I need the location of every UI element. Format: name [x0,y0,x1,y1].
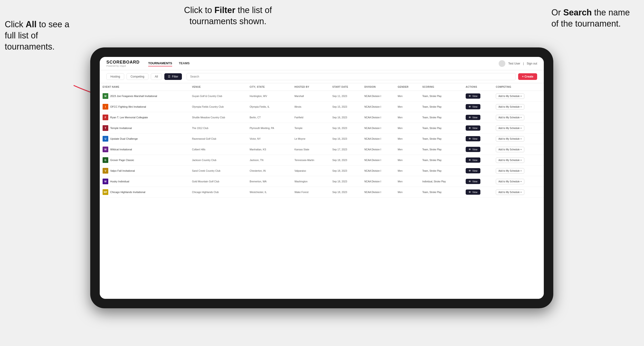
table-row: T Temple Invitational The 1912 Club Plym… [100,123,544,134]
add-schedule-button-1[interactable]: Add to My Schedule + [496,104,524,110]
view-button-7[interactable]: 👁 View [466,168,480,173]
view-button-3[interactable]: 👁 View [466,126,480,131]
add-schedule-button-6[interactable]: Add to My Schedule + [496,158,524,163]
nav-tournaments[interactable]: TOURNAMENTS [148,60,172,66]
cell-competing-6: Add to My Schedule + [493,155,544,166]
cell-actions-7: 👁 View [463,166,493,176]
col-hosted: HOSTED BY [292,83,330,91]
cell-start-6: Sep 18, 2023 [329,155,362,166]
create-button[interactable]: + Create [518,73,537,80]
cell-competing-4: Add to My Schedule + [493,134,544,144]
cell-hosted-3: Temple [292,123,330,134]
filter-icon: ☰ [168,75,170,78]
cell-actions-6: 👁 View [463,155,493,166]
view-button-6[interactable]: 👁 View [466,158,480,163]
event-name-7: Valpo Fall Invitational [110,169,135,172]
cell-scoring-1: Team, Stroke Play [419,102,463,112]
cell-city-9: Westchester, IL [247,187,292,197]
cell-gender-2: Men [395,112,420,123]
cell-start-3: Sep 16, 2023 [329,123,362,134]
cell-hosted-2: Fairfield [292,112,330,123]
cell-event-4: U Upstate Dual Challenge [100,134,189,144]
view-button-1[interactable]: 👁 View [466,104,480,109]
filter-label: Filter [172,75,178,78]
table-header-row: EVENT NAME VENUE CITY, STATE HOSTED BY S… [100,83,544,91]
search-input[interactable] [187,73,516,80]
eye-icon-0: 👁 [468,95,471,97]
cell-competing-0: Add to My Schedule + [493,91,544,102]
table-row: W Husky Individual Gold Mountain Golf Cl… [100,176,544,187]
nav-links: TOURNAMENTS TEAMS [148,60,499,66]
tab-all[interactable]: All [151,73,162,80]
col-competing: COMPETING [493,83,544,91]
add-schedule-button-4[interactable]: Add to My Schedule + [496,136,524,142]
annotation-topright: Or Search the name of the tournament. [552,7,637,29]
cell-start-1: Sep 15, 2023 [329,102,362,112]
view-button-0[interactable]: 👁 View [466,93,480,99]
eye-icon-2: 👁 [468,116,471,119]
col-venue: VENUE [189,83,247,91]
col-scoring: SCORING [419,83,463,91]
cell-competing-3: Add to My Schedule + [493,123,544,134]
cell-start-0: Sep 11, 2023 [329,91,362,102]
cell-start-2: Sep 16, 2023 [329,112,362,123]
cell-scoring-7: Team, Stroke Play [419,166,463,176]
tab-competing[interactable]: Competing [126,73,148,80]
cell-city-5: Manhattan, KS [247,144,292,155]
cell-division-9: NCAA Division I [362,187,395,197]
add-schedule-button-3[interactable]: Add to My Schedule + [496,126,524,131]
col-start: START DATE [329,83,362,91]
event-name-8: Husky Individual [110,180,129,183]
logo-sub: Powered by clippd [106,65,140,67]
eye-icon-6: 👁 [468,159,471,162]
eye-icon-5: 👁 [468,148,471,151]
nav-teams[interactable]: TEAMS [179,60,190,66]
view-button-2[interactable]: 👁 View [466,115,480,120]
cell-hosted-0: Marshall [292,91,330,102]
view-button-8[interactable]: 👁 View [466,179,480,184]
view-button-4[interactable]: 👁 View [466,136,480,141]
annotation-topcenter: Click to Filter the list of tournaments … [162,5,294,27]
cell-scoring-3: Team, Stroke Play [419,123,463,134]
tab-hosting[interactable]: Hosting [106,73,124,80]
tablet-frame: SCOREBOARD Powered by clippd TOURNAMENTS… [90,47,553,308]
toolbar: Hosting Competing All ☰ Filter + Create [100,70,544,83]
cell-actions-0: 👁 View [463,91,493,102]
cell-start-4: Sep 16, 2023 [329,134,362,144]
team-logo-0: M [102,93,108,99]
view-button-5[interactable]: 👁 View [466,147,480,152]
cell-city-0: Huntington, WV [247,91,292,102]
team-logo-9: WF [102,189,108,195]
team-logo-7: V [102,168,108,173]
add-schedule-button-5[interactable]: Add to My Schedule + [496,147,524,152]
sign-out-link[interactable]: Sign out [527,62,537,65]
filter-button[interactable]: ☰ Filter [164,73,182,80]
cell-start-8: Sep 18, 2023 [329,176,362,187]
cell-gender-8: Men [395,176,420,187]
team-logo-8: W [102,178,108,184]
add-schedule-button-8[interactable]: Add to My Schedule + [496,179,524,184]
cell-division-1: NCAA Division I [362,102,395,112]
view-button-9[interactable]: 👁 View [466,189,480,195]
cell-venue-3: The 1912 Club [189,123,247,134]
eye-icon-4: 👁 [468,137,471,140]
add-schedule-button-0[interactable]: Add to My Schedule + [496,93,524,99]
team-logo-5: W [102,147,108,152]
table-container: EVENT NAME VENUE CITY, STATE HOSTED BY S… [100,83,544,299]
add-schedule-button-2[interactable]: Add to My Schedule + [496,115,524,120]
cell-venue-5: Colbert Hills [189,144,247,155]
cell-scoring-2: Team, Stroke Play [419,112,463,123]
eye-icon-3: 👁 [468,127,471,130]
cell-division-8: NCAA Division I [362,176,395,187]
cell-actions-1: 👁 View [463,102,493,112]
cell-event-0: M 2023 Joe Feaganes Marshall Invitationa… [100,91,189,102]
cell-hosted-1: Illinois [292,102,330,112]
cell-event-7: V Valpo Fall Invitational [100,166,189,176]
cell-city-8: Bremerton, WA [247,176,292,187]
add-schedule-button-7[interactable]: Add to My Schedule + [496,168,524,173]
cell-competing-7: Add to My Schedule + [493,166,544,176]
cell-event-9: WF Chicago Highlands Invitational [100,187,189,197]
cell-city-1: Olympia Fields, IL [247,102,292,112]
add-schedule-button-9[interactable]: Add to My Schedule + [496,189,524,195]
cell-gender-0: Men [395,91,420,102]
